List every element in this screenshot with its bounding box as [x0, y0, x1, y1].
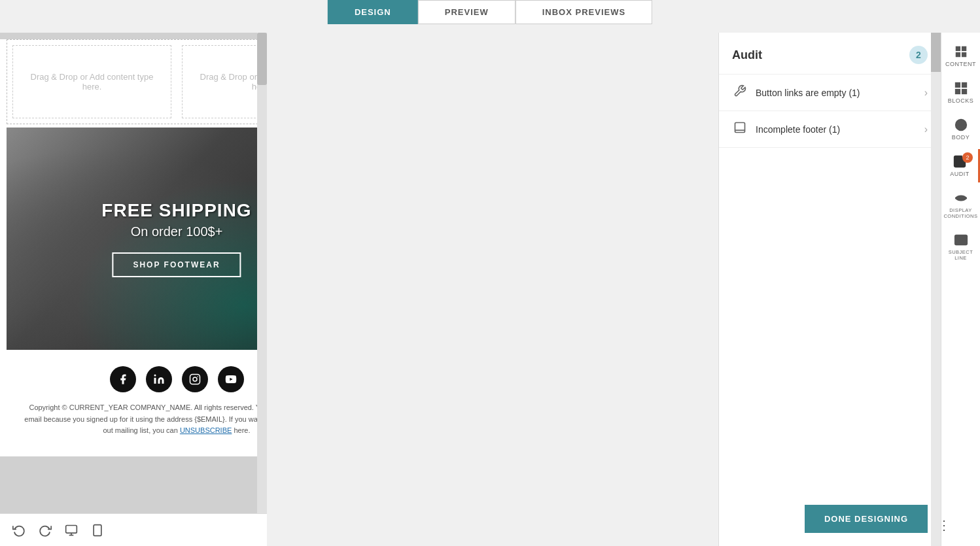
done-designing-button[interactable]: DONE DESIGNING — [805, 505, 928, 533]
audit-panel: Audit 2 Button links are empty (1) › Inc… — [718, 33, 941, 546]
more-options-button[interactable]: ⋮ — [937, 517, 951, 533]
svg-rect-13 — [961, 46, 966, 51]
audit-button-links-text: Button links are empty (1) — [756, 88, 917, 98]
hero-text-container: FREE SHIPPING On order 100$+ SHOP FOOTWE… — [101, 200, 251, 277]
tab-design[interactable]: DESIGN — [328, 0, 418, 24]
unsubscribe-link[interactable]: UNSUBSCRIBE — [180, 426, 232, 434]
sidebar-item-subject-line[interactable]: SUBJECT LINE — [941, 228, 980, 266]
undo-button[interactable] — [10, 521, 28, 539]
hero-subtitle: On order 100$+ — [101, 224, 251, 239]
audit-item-arrow-2: › — [924, 124, 928, 135]
redo-button[interactable] — [36, 521, 54, 539]
content-icon-label: CONTENT — [945, 61, 976, 67]
canvas-scroll[interactable]: Drag & Drop or Add content type here. Dr… — [0, 33, 257, 536]
social-icon-facebook[interactable] — [110, 366, 136, 392]
desktop-view-button[interactable] — [62, 521, 80, 539]
svg-rect-16 — [955, 83, 959, 87]
blocks-icon-label: BLOCKS — [948, 97, 974, 104]
svg-rect-10 — [735, 123, 745, 133]
bottom-toolbar — [0, 513, 267, 546]
top-tabs: DESIGN PREVIEW INBOX PREVIEWS — [328, 0, 652, 24]
svg-point-2 — [193, 377, 197, 381]
display-conditions-label: DISPLAY CONDITIONS — [943, 207, 977, 219]
vertical-scrollbar[interactable] — [257, 33, 267, 536]
unsubscribe-suffix: here. — [232, 426, 250, 434]
audit-badge: 2 — [909, 46, 928, 64]
tab-inbox-previews[interactable]: INBOX PREVIEWS — [516, 0, 652, 24]
audit-item-button-links[interactable]: Button links are empty (1) › — [719, 75, 941, 111]
mobile-view-button[interactable] — [88, 521, 107, 539]
body-icon-label: BODY — [952, 134, 970, 141]
svg-rect-17 — [962, 83, 966, 87]
svg-rect-1 — [190, 375, 200, 384]
svg-point-3 — [197, 376, 198, 377]
subject-line-label: SUBJECT LINE — [945, 249, 977, 261]
wrench-icon — [732, 84, 748, 101]
drop-zone-left[interactable]: Drag & Drop or Add content type here. — [12, 45, 171, 118]
audit-item-incomplete-footer[interactable]: Incomplete footer (1) › — [719, 111, 941, 148]
social-icon-instagram[interactable] — [182, 366, 208, 392]
sidebar-item-content[interactable]: CONTENT — [941, 39, 980, 73]
audit-incomplete-footer-text: Incomplete footer (1) — [756, 124, 917, 135]
hero-title: FREE SHIPPING — [101, 200, 251, 221]
svg-rect-14 — [955, 52, 960, 57]
svg-rect-15 — [961, 52, 966, 57]
social-icon-linkedin[interactable] — [146, 366, 172, 392]
audit-item-arrow-1: › — [924, 87, 928, 99]
svg-rect-19 — [962, 90, 966, 94]
footer-icon — [732, 121, 748, 137]
svg-rect-18 — [955, 90, 959, 94]
drop-zone-right[interactable]: Drag & Drop or Add content type here. — [182, 45, 257, 118]
audit-sidebar-badge: 2 — [962, 152, 973, 163]
sidebar-item-body[interactable]: BODY — [941, 112, 980, 146]
sidebar-item-audit[interactable]: 2 AUDIT — [941, 149, 980, 182]
hero-section[interactable]: FREE SHIPPING On order 100$+ SHOP FOOTWE… — [7, 128, 257, 350]
social-icons-row — [0, 350, 257, 402]
sidebar-item-blocks[interactable]: BLOCKS — [941, 76, 980, 109]
svg-rect-5 — [66, 525, 77, 533]
audit-icon-label: AUDIT — [950, 171, 970, 177]
footer-text: Copyright © CURRENT_YEAR COMPANY_NAME. A… — [0, 402, 257, 443]
canvas-content: Drag & Drop or Add content type here. Dr… — [0, 39, 257, 456]
audit-header: Audit 2 — [719, 33, 941, 75]
vertical-scrollbar-thumb[interactable] — [257, 33, 267, 85]
social-icon-youtube[interactable] — [218, 366, 244, 392]
right-panel-scrollbar-thumb[interactable] — [931, 33, 941, 72]
sidebar-item-display-conditions[interactable]: DISPLAY CONDITIONS — [941, 186, 980, 224]
hero-shop-button[interactable]: SHOP FOOTWEAR — [112, 252, 241, 277]
sidebar-icons: CONTENT BLOCKS BODY 2 AUDIT — [941, 33, 980, 546]
right-panel-scrollbar[interactable] — [931, 33, 941, 546]
two-col-row: Drag & Drop or Add content type here. Dr… — [7, 39, 257, 124]
canvas-area: Drag & Drop or Add content type here. Dr… — [0, 33, 267, 546]
audit-title: Audit — [732, 48, 762, 62]
tab-preview[interactable]: PREVIEW — [418, 0, 516, 24]
svg-point-0 — [154, 375, 156, 377]
svg-rect-12 — [955, 46, 960, 51]
